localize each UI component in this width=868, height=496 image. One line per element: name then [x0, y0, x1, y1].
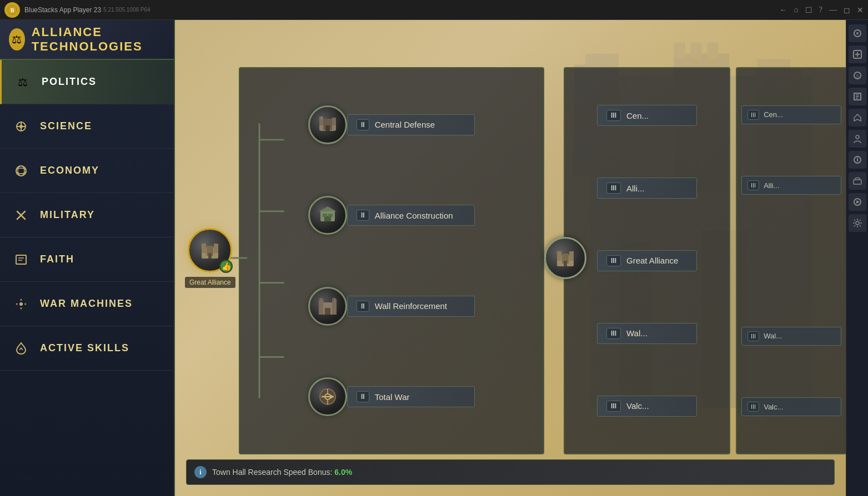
- military-label: MILITARY: [40, 209, 95, 221]
- rs-icon-2[interactable]: [849, 45, 866, 63]
- svg-text:B: B: [11, 7, 14, 13]
- total-war-label: II Total War: [347, 386, 475, 407]
- tech-items-list: II Central Defense: [240, 68, 543, 453]
- far-alli-label: III Alli...: [741, 176, 841, 195]
- svg-rect-63: [325, 308, 330, 315]
- sidebar-header: ⚖ ALLIANCE TECHNOLOGIES: [0, 20, 174, 60]
- war-machines-label: WAR MACHINES: [40, 298, 133, 310]
- rs-icon-7[interactable]: [849, 151, 866, 169]
- info-bar: i Town Hall Research Speed Bonus: 6.0%: [186, 459, 835, 485]
- svg-rect-34: [202, 244, 204, 247]
- back-button[interactable]: ←: [779, 6, 787, 14]
- home-button[interactable]: ⌂: [794, 6, 798, 14]
- svg-point-90: [856, 135, 859, 139]
- svg-rect-74: [557, 251, 559, 255]
- root-node: 👍 Great Alliance: [185, 228, 235, 288]
- central-defense-level: II: [357, 119, 369, 130]
- politics-icon: ⚖: [13, 72, 33, 92]
- sidebar-item-faith[interactable]: FAITH: [0, 237, 174, 282]
- far-central-label: III Cen...: [741, 105, 841, 124]
- far-wal-label: III Wal...: [741, 327, 841, 346]
- sidebar-item-science[interactable]: SCIENCE: [0, 104, 174, 149]
- faith-label: FAITH: [40, 254, 74, 265]
- svg-rect-77: [571, 251, 574, 255]
- tier3-row-valc: III Valc...: [570, 396, 724, 417]
- svg-rect-49: [319, 117, 321, 119]
- alliance-construction-circle[interactable]: [308, 196, 347, 235]
- svg-rect-37: [216, 244, 218, 247]
- tier3-valc-label: III Valc...: [597, 396, 697, 417]
- rs-icon-1[interactable]: [849, 24, 866, 42]
- svg-rect-62: [334, 298, 335, 301]
- svg-rect-78: [564, 261, 567, 266]
- tier3-row-alliance: III Alli...: [570, 178, 724, 199]
- restore-button[interactable]: ◻: [844, 6, 850, 15]
- app-version: 5.21.505.1008 P64: [103, 7, 150, 13]
- sidebar-item-war-machines[interactable]: WAR MACHINES: [0, 282, 174, 326]
- game-area: 👍 Great Alliance: [175, 20, 868, 496]
- help-button[interactable]: ?: [819, 6, 822, 14]
- sidebar-item-politics[interactable]: ⚖ POLITICS: [0, 60, 174, 104]
- tier3-great-alliance-label: III Great Alliance: [597, 250, 697, 271]
- politics-label: POLITICS: [42, 76, 97, 88]
- alliance-construction-label: II Alliance Construction: [347, 205, 475, 226]
- great-alliance-tier3-node: [544, 237, 586, 279]
- titlebar: B BlueStacks App Player 23 5.21.505.1008…: [0, 0, 868, 20]
- recent-button[interactable]: ☐: [805, 6, 812, 15]
- science-icon: [11, 117, 31, 136]
- svg-rect-61: [332, 298, 334, 301]
- great-alliance-node[interactable]: 👍: [188, 228, 232, 272]
- tech-panel-tier3: III Cen... III Alli... III Great: [564, 67, 730, 454]
- sidebar-item-active-skills[interactable]: ACTIVE SKILLS: [0, 326, 174, 371]
- window-controls[interactable]: ← ⌂ ☐ ? ― ◻ ✕: [779, 0, 864, 20]
- alliance-construction-level: II: [357, 210, 369, 221]
- wall-reinforcement-level: II: [357, 301, 369, 312]
- rs-icon-3[interactable]: S: [849, 67, 866, 84]
- faith-icon: [11, 250, 31, 270]
- rs-icon-5[interactable]: [849, 109, 866, 126]
- svg-point-97: [856, 221, 859, 225]
- rs-icon-6[interactable]: [849, 130, 866, 148]
- svg-rect-36: [214, 244, 216, 247]
- svg-point-80: [856, 32, 859, 34]
- rs-icon-8[interactable]: [849, 172, 866, 190]
- military-icon: [11, 205, 31, 225]
- far-right-items: III Cen... III Alli... III Wal... III V: [737, 68, 846, 453]
- sidebar-item-military[interactable]: MILITARY: [0, 193, 174, 237]
- tech-row-alliance-construction: II Alliance Construction: [245, 196, 538, 235]
- close-button[interactable]: ✕: [857, 6, 864, 15]
- app-logo: B: [4, 2, 20, 18]
- rs-icon-settings[interactable]: [849, 214, 866, 232]
- root-node-label: Great Alliance: [185, 277, 235, 288]
- total-war-circle[interactable]: [308, 377, 347, 416]
- tech-tree-container: 👍 Great Alliance: [175, 20, 846, 496]
- main-container: ⚖ ALLIANCE TECHNOLOGIES ⚖ POLITICS SCIEN…: [0, 20, 868, 496]
- svg-marker-52: [319, 206, 337, 211]
- wall-reinforcement-label: II Wall Reinforcement: [347, 296, 475, 317]
- page-title: ALLIANCE TECHNOLOGIES: [32, 25, 165, 54]
- wall-reinforcement-circle[interactable]: [308, 287, 347, 326]
- svg-rect-46: [332, 118, 336, 125]
- rs-icon-4[interactable]: [849, 88, 866, 105]
- central-defense-label: II Central Defense: [347, 114, 475, 135]
- sidebar: ⚖ ALLIANCE TECHNOLOGIES ⚖ POLITICS SCIEN…: [0, 20, 175, 496]
- svg-rect-50: [321, 117, 323, 119]
- rs-icon-9[interactable]: [849, 193, 866, 211]
- economy-label: ECONOMY: [40, 165, 99, 176]
- sidebar-item-economy[interactable]: ECONOMY: [0, 149, 174, 193]
- info-value: 6.0%: [334, 468, 352, 477]
- great-alliance-3-circle[interactable]: [544, 237, 586, 279]
- sidebar-nav: ⚖ POLITICS SCIENCE ECONOMY MILITARY: [0, 60, 174, 496]
- svg-rect-11: [16, 255, 26, 264]
- svg-marker-96: [856, 200, 860, 204]
- central-defense-circle[interactable]: [308, 105, 347, 144]
- tier3-alliance-label: III Alli...: [597, 178, 697, 199]
- minimize-button[interactable]: ―: [829, 6, 837, 14]
- svg-point-5: [19, 125, 23, 128]
- tier3-row-great-alliance: III Great Alliance: [570, 250, 724, 271]
- svg-rect-56: [319, 299, 323, 315]
- total-war-level: II: [357, 391, 369, 402]
- active-skills-icon: [11, 338, 31, 358]
- svg-rect-35: [204, 244, 206, 247]
- svg-point-14: [19, 302, 23, 306]
